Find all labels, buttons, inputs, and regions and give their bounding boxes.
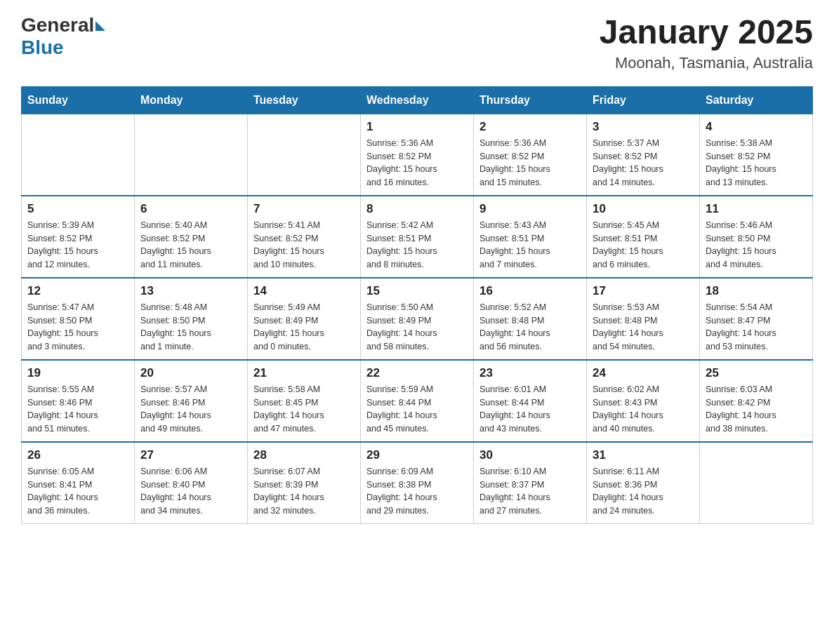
day-info: Sunrise: 5:36 AM Sunset: 8:52 PM Dayligh… [479,137,581,189]
day-info: Sunrise: 5:42 AM Sunset: 8:51 PM Dayligh… [366,219,468,271]
day-number: 25 [706,366,807,380]
day-header-friday: Friday [587,86,700,114]
calendar-cell [700,442,813,524]
day-number: 29 [366,448,468,462]
day-header-sunday: Sunday [22,86,135,114]
calendar-cell: 11Sunrise: 5:46 AM Sunset: 8:50 PM Dayli… [700,196,813,278]
calendar-cell [248,114,361,196]
calendar-cell: 27Sunrise: 6:06 AM Sunset: 8:40 PM Dayli… [135,442,248,524]
calendar-header-row: SundayMondayTuesdayWednesdayThursdayFrid… [22,86,813,114]
day-info: Sunrise: 5:46 AM Sunset: 8:50 PM Dayligh… [706,219,807,271]
calendar-cell: 9Sunrise: 5:43 AM Sunset: 8:51 PM Daylig… [474,196,587,278]
calendar-cell: 25Sunrise: 6:03 AM Sunset: 8:42 PM Dayli… [700,360,813,442]
calendar-cell: 14Sunrise: 5:49 AM Sunset: 8:49 PM Dayli… [248,278,361,360]
day-number: 27 [140,448,241,462]
day-number: 13 [140,284,241,298]
calendar-cell: 2Sunrise: 5:36 AM Sunset: 8:52 PM Daylig… [474,114,587,196]
day-info: Sunrise: 6:03 AM Sunset: 8:42 PM Dayligh… [706,383,807,436]
logo-blue: Blue [21,36,64,59]
day-info: Sunrise: 5:38 AM Sunset: 8:52 PM Dayligh… [706,137,807,189]
day-number: 5 [27,202,128,216]
calendar-cell: 7Sunrise: 5:41 AM Sunset: 8:52 PM Daylig… [248,196,361,278]
day-info: Sunrise: 6:02 AM Sunset: 8:43 PM Dayligh… [593,383,694,436]
calendar-cell: 12Sunrise: 5:47 AM Sunset: 8:50 PM Dayli… [22,278,135,360]
calendar-cell: 18Sunrise: 5:54 AM Sunset: 8:47 PM Dayli… [700,278,813,360]
day-info: Sunrise: 6:07 AM Sunset: 8:39 PM Dayligh… [253,465,355,518]
calendar-cell: 15Sunrise: 5:50 AM Sunset: 8:49 PM Dayli… [361,278,474,360]
calendar-cell: 4Sunrise: 5:38 AM Sunset: 8:52 PM Daylig… [700,114,813,196]
day-number: 18 [706,284,807,298]
calendar-cell: 20Sunrise: 5:57 AM Sunset: 8:46 PM Dayli… [135,360,248,442]
day-number: 8 [366,202,468,216]
day-header-thursday: Thursday [474,86,587,114]
calendar-cell: 10Sunrise: 5:45 AM Sunset: 8:51 PM Dayli… [587,196,700,278]
calendar-cell: 3Sunrise: 5:37 AM Sunset: 8:52 PM Daylig… [587,114,700,196]
calendar-cell: 30Sunrise: 6:10 AM Sunset: 8:37 PM Dayli… [474,442,587,524]
day-number: 1 [366,120,468,134]
calendar-cell: 31Sunrise: 6:11 AM Sunset: 8:36 PM Dayli… [587,442,700,524]
calendar-cell [135,114,248,196]
day-number: 7 [253,202,355,216]
page-header: General Blue January 2025 Moonah, Tasman… [21,14,813,72]
day-info: Sunrise: 5:45 AM Sunset: 8:51 PM Dayligh… [593,219,694,271]
day-info: Sunrise: 5:41 AM Sunset: 8:52 PM Dayligh… [253,219,355,271]
day-number: 12 [27,284,128,298]
day-number: 20 [140,366,241,380]
day-info: Sunrise: 6:11 AM Sunset: 8:36 PM Dayligh… [593,465,694,518]
logo-general: General [21,14,94,36]
day-info: Sunrise: 5:47 AM Sunset: 8:50 PM Dayligh… [27,301,128,354]
day-header-wednesday: Wednesday [361,86,474,114]
day-number: 15 [366,284,468,298]
title-block: January 2025 Moonah, Tasmania, Australia [600,14,813,72]
day-number: 9 [479,202,581,216]
day-number: 10 [593,202,694,216]
calendar-week-row: 1Sunrise: 5:36 AM Sunset: 8:52 PM Daylig… [22,114,813,196]
calendar-cell: 16Sunrise: 5:52 AM Sunset: 8:48 PM Dayli… [474,278,587,360]
calendar-week-row: 5Sunrise: 5:39 AM Sunset: 8:52 PM Daylig… [22,196,813,278]
calendar-cell: 13Sunrise: 5:48 AM Sunset: 8:50 PM Dayli… [135,278,248,360]
day-number: 14 [253,284,355,298]
logo-triangle-icon [95,21,105,31]
calendar-cell [22,114,135,196]
day-header-monday: Monday [135,86,248,114]
day-info: Sunrise: 6:05 AM Sunset: 8:41 PM Dayligh… [27,465,128,518]
calendar-cell: 5Sunrise: 5:39 AM Sunset: 8:52 PM Daylig… [22,196,135,278]
day-info: Sunrise: 6:09 AM Sunset: 8:38 PM Dayligh… [366,465,468,518]
day-info: Sunrise: 5:50 AM Sunset: 8:49 PM Dayligh… [366,301,468,354]
day-number: 26 [27,448,128,462]
calendar-title: January 2025 [600,14,813,51]
day-number: 2 [479,120,581,134]
calendar-cell: 8Sunrise: 5:42 AM Sunset: 8:51 PM Daylig… [361,196,474,278]
day-number: 22 [366,366,468,380]
day-info: Sunrise: 5:58 AM Sunset: 8:45 PM Dayligh… [253,383,355,436]
day-info: Sunrise: 5:52 AM Sunset: 8:48 PM Dayligh… [479,301,581,354]
day-number: 31 [593,448,694,462]
day-number: 17 [593,284,694,298]
day-info: Sunrise: 6:06 AM Sunset: 8:40 PM Dayligh… [140,465,241,518]
day-info: Sunrise: 5:36 AM Sunset: 8:52 PM Dayligh… [366,137,468,189]
calendar-week-row: 19Sunrise: 5:55 AM Sunset: 8:46 PM Dayli… [22,360,813,442]
calendar-cell: 22Sunrise: 5:59 AM Sunset: 8:44 PM Dayli… [361,360,474,442]
calendar-table: SundayMondayTuesdayWednesdayThursdayFrid… [21,86,813,524]
calendar-week-row: 26Sunrise: 6:05 AM Sunset: 8:41 PM Dayli… [22,442,813,524]
logo: General Blue [21,14,105,59]
day-info: Sunrise: 6:10 AM Sunset: 8:37 PM Dayligh… [479,465,581,518]
calendar-cell: 17Sunrise: 5:53 AM Sunset: 8:48 PM Dayli… [587,278,700,360]
day-info: Sunrise: 6:01 AM Sunset: 8:44 PM Dayligh… [479,383,581,436]
calendar-cell: 26Sunrise: 6:05 AM Sunset: 8:41 PM Dayli… [22,442,135,524]
calendar-week-row: 12Sunrise: 5:47 AM Sunset: 8:50 PM Dayli… [22,278,813,360]
day-info: Sunrise: 5:39 AM Sunset: 8:52 PM Dayligh… [27,219,128,271]
day-number: 21 [253,366,355,380]
calendar-cell: 28Sunrise: 6:07 AM Sunset: 8:39 PM Dayli… [248,442,361,524]
day-info: Sunrise: 5:43 AM Sunset: 8:51 PM Dayligh… [479,219,581,271]
calendar-cell: 1Sunrise: 5:36 AM Sunset: 8:52 PM Daylig… [361,114,474,196]
day-info: Sunrise: 5:55 AM Sunset: 8:46 PM Dayligh… [27,383,128,436]
day-number: 3 [593,120,694,134]
calendar-cell: 6Sunrise: 5:40 AM Sunset: 8:52 PM Daylig… [135,196,248,278]
day-number: 19 [27,366,128,380]
calendar-cell: 29Sunrise: 6:09 AM Sunset: 8:38 PM Dayli… [361,442,474,524]
day-info: Sunrise: 5:59 AM Sunset: 8:44 PM Dayligh… [366,383,468,436]
day-info: Sunrise: 5:49 AM Sunset: 8:49 PM Dayligh… [253,301,355,354]
day-number: 24 [593,366,694,380]
day-number: 28 [253,448,355,462]
